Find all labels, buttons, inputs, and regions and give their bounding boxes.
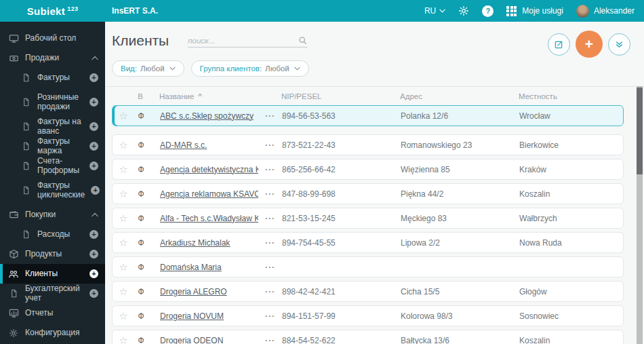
- client-name-link[interactable]: Drogeria ODEON: [148, 336, 258, 344]
- favorite-star-icon[interactable]: ☆: [113, 286, 134, 297]
- client-name-link[interactable]: Agencja detektywistyczna KO...: [148, 165, 258, 174]
- client-address: Męckiego 83: [401, 214, 519, 223]
- client-type: Ф: [134, 140, 148, 150]
- table-row[interactable]: ☆ФDomańska Maria···: [112, 256, 624, 278]
- sidebar-item-roznichnye-prodazhi[interactable]: Розничные продажи+: [0, 88, 105, 117]
- client-name-link[interactable]: AD-MAR s.c.: [148, 140, 258, 150]
- quick-add-icon[interactable]: +: [89, 142, 98, 151]
- doc-icon: [20, 161, 31, 170]
- sidebar-item-faktury[interactable]: Фактуры+: [0, 68, 105, 88]
- quick-add-icon[interactable]: +: [89, 161, 98, 170]
- sidebar-item-buhgalterskiy-uchet[interactable]: Бухгалтерский учет+: [0, 284, 105, 303]
- quick-add-icon[interactable]: +: [89, 289, 98, 298]
- quick-add-icon[interactable]: +: [89, 269, 98, 278]
- client-type: Ф: [134, 111, 148, 121]
- column-header-addr[interactable]: Адрес: [400, 92, 519, 100]
- sidebar-item-konfiguraciya[interactable]: Конфигурация: [0, 323, 105, 343]
- column-header-name[interactable]: Название^: [147, 92, 258, 100]
- doc-icon: [20, 142, 31, 151]
- scrollbar-thumb[interactable]: [637, 88, 643, 174]
- sidebar-item-otchety[interactable]: Отчеты: [0, 303, 105, 323]
- sidebar-item-klienty[interactable]: Клиенты+: [0, 264, 105, 284]
- client-type: Ф: [134, 189, 148, 199]
- quick-add-icon[interactable]: +: [91, 186, 100, 195]
- favorite-star-icon[interactable]: ☆: [113, 189, 134, 199]
- sidebar-item-faktury-na-avans[interactable]: Фактуры на аванс+: [0, 117, 105, 136]
- sidebar-item-rashody[interactable]: Расходы+: [0, 225, 105, 244]
- row-menu-icon[interactable]: ···: [258, 287, 282, 297]
- client-name-link[interactable]: Drogeria ALEGRO: [148, 287, 258, 297]
- row-menu-icon[interactable]: ···: [258, 311, 282, 321]
- row-menu-icon[interactable]: ···: [258, 336, 282, 344]
- sidebar-menu: Рабочий столПродажиФактуры+Розничные про…: [0, 22, 105, 344]
- help-icon[interactable]: ?: [482, 5, 494, 17]
- sidebar-item-rabochiy-stol[interactable]: Рабочий стол: [0, 28, 105, 48]
- row-menu-icon[interactable]: ···: [258, 140, 282, 150]
- favorite-star-icon[interactable]: ☆: [113, 140, 134, 150]
- my-services[interactable]: Moje usługi: [506, 6, 563, 16]
- column-header-type[interactable]: В: [134, 92, 147, 100]
- user-menu[interactable]: Aleksander: [576, 5, 635, 18]
- sidebar-item-pokupki[interactable]: Покупки: [0, 205, 105, 225]
- edit-button[interactable]: [548, 33, 570, 56]
- row-menu-icon[interactable]: ···: [258, 263, 282, 272]
- favorite-star-icon[interactable]: ☆: [113, 262, 134, 272]
- client-name-link[interactable]: ABC s.c.Sklep spożywczy: [148, 111, 258, 121]
- quick-add-icon[interactable]: +: [89, 250, 98, 259]
- quick-add-icon[interactable]: +: [89, 230, 98, 239]
- table-row[interactable]: ☆ФDrogeria NOVUM···894-151-57-99Kolorowa…: [112, 305, 624, 326]
- favorite-star-icon[interactable]: ☆: [113, 164, 134, 174]
- filter-chip-vid[interactable]: Вид:Любой: [112, 60, 184, 77]
- doc-icon: [20, 98, 31, 107]
- row-menu-icon[interactable]: ···: [258, 165, 282, 174]
- row-menu-icon[interactable]: ···: [258, 111, 282, 121]
- settings-gear-icon[interactable]: [458, 5, 469, 16]
- language-selector[interactable]: RU: [424, 6, 445, 16]
- table-row[interactable]: ☆ФArkadiusz Michalak···894-754-45-55Lipo…: [112, 232, 624, 253]
- quick-add-icon[interactable]: +: [89, 122, 98, 131]
- favorite-star-icon[interactable]: ☆: [113, 237, 134, 248]
- filter-chip-client-group[interactable]: Группа клиентов:Любой: [191, 60, 309, 77]
- quick-add-icon[interactable]: +: [89, 98, 98, 107]
- table-row[interactable]: ☆ФAlfa - Tech s.c.Władysław Koz...···821…: [112, 208, 624, 229]
- doc-icon: [20, 230, 31, 239]
- sidebar-item-scheta-proformy[interactable]: Счета-Проформы+: [0, 156, 105, 176]
- client-name-link[interactable]: Drogeria NOVUM: [148, 311, 258, 321]
- client-address: Romanowskiego 23: [401, 140, 519, 150]
- sales-icon: [8, 53, 19, 63]
- table-row[interactable]: ☆ФABC s.c.Sklep spożywczy···894-56-53-56…: [112, 105, 624, 126]
- column-header-city[interactable]: Местность: [519, 92, 624, 100]
- sidebar-item-label: Бухгалтерский учет: [25, 284, 83, 303]
- search-input[interactable]: [188, 37, 298, 45]
- favorite-star-icon[interactable]: ☆: [113, 335, 134, 344]
- table-row[interactable]: ☆ФAgencja detektywistyczna KO...···865-2…: [112, 159, 624, 180]
- column-header-nip[interactable]: NIP/PESEL: [281, 92, 400, 100]
- client-name-link[interactable]: Alfa - Tech s.c.Władysław Koz...: [148, 214, 258, 223]
- row-menu-icon[interactable]: ···: [258, 214, 282, 223]
- favorite-star-icon[interactable]: ☆: [113, 213, 134, 223]
- row-menu-icon[interactable]: ···: [258, 189, 282, 199]
- table-row[interactable]: ☆ФDrogeria ALEGRO···898-42-42-421Cicha 1…: [112, 281, 624, 302]
- doc-icon: [8, 289, 19, 298]
- sidebar-item-faktury-ciklicheskie[interactable]: Фактуры циклические+: [0, 176, 105, 205]
- client-name-link[interactable]: Arkadiusz Michalak: [148, 238, 258, 248]
- favorite-star-icon[interactable]: ☆: [113, 111, 134, 121]
- client-address: Bałtycka 13/6: [401, 336, 519, 344]
- scrollbar-track[interactable]: [637, 86, 643, 344]
- client-name-link[interactable]: Domańska Maria: [148, 263, 258, 272]
- sidebar-item-produkty[interactable]: Продукты+: [0, 244, 105, 264]
- favorite-star-icon[interactable]: ☆: [113, 311, 134, 321]
- filter-value: Любой: [140, 64, 165, 73]
- sidebar-item-prodazhi[interactable]: Продажи: [0, 48, 105, 68]
- quick-add-icon[interactable]: +: [89, 73, 98, 82]
- table-row[interactable]: ☆ФAgencja reklamowa KSAVON···847-88-99-6…: [112, 183, 624, 204]
- expand-more-button[interactable]: [608, 33, 630, 56]
- row-menu-icon[interactable]: ···: [258, 238, 282, 248]
- sidebar-item-faktury-marzha[interactable]: Фактуры маржа+: [0, 136, 105, 156]
- client-city: Sosnowiec: [519, 311, 623, 321]
- add-client-button[interactable]: +: [576, 31, 603, 58]
- table-row[interactable]: ☆ФDrogeria ODEON···884-54-52-622Bałtycka…: [112, 330, 624, 344]
- client-name-link[interactable]: Agencja reklamowa KSAVON: [148, 189, 258, 199]
- client-city: Głogów: [519, 287, 623, 297]
- table-row[interactable]: ☆ФAD-MAR s.c.···873-521-22-43Romanowskie…: [112, 134, 624, 155]
